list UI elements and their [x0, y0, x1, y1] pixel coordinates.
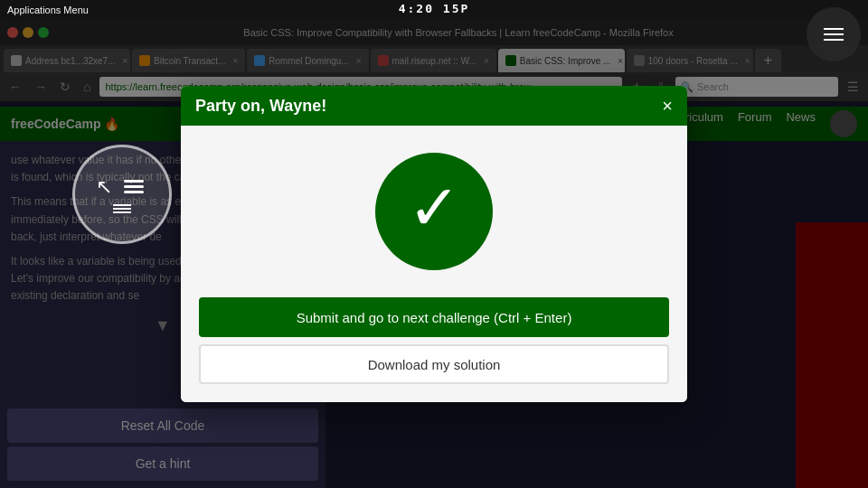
modal-title: Party on, Wayne! — [195, 97, 326, 116]
menu-circle-icon — [824, 28, 844, 41]
modal-footer: Submit and go to next challenge (Ctrl + … — [181, 297, 687, 402]
os-menu-circle[interactable] — [807, 7, 861, 61]
cursor-icon[interactable]: ↖ — [96, 175, 112, 199]
submit-next-button[interactable]: Submit and go to next challenge (Ctrl + … — [199, 297, 669, 337]
os-topbar: Applications Menu 4:20 15P — [0, 0, 868, 20]
success-modal: Party on, Wayne! × ✓ Submit and go to ne… — [181, 86, 687, 402]
hamburger-lines — [113, 204, 131, 213]
modal-body: ✓ — [181, 126, 687, 297]
accessibility-toolbar[interactable]: ↖ — [72, 145, 172, 244]
download-solution-button[interactable]: Download my solution — [199, 344, 669, 384]
modal-close-button[interactable]: × — [662, 96, 673, 117]
os-clock: 4:20 15P — [399, 2, 470, 15]
modal-overlay: Party on, Wayne! × ✓ Submit and go to ne… — [0, 0, 868, 488]
modal-header: Party on, Wayne! × — [181, 86, 687, 126]
a11y-inner: ↖ — [96, 175, 148, 213]
keyboard-icon[interactable] — [119, 175, 148, 199]
os-apps-label: Applications Menu — [7, 5, 89, 15]
checkmark-icon: ✓ — [408, 176, 461, 239]
success-check-circle: ✓ — [375, 153, 493, 270]
